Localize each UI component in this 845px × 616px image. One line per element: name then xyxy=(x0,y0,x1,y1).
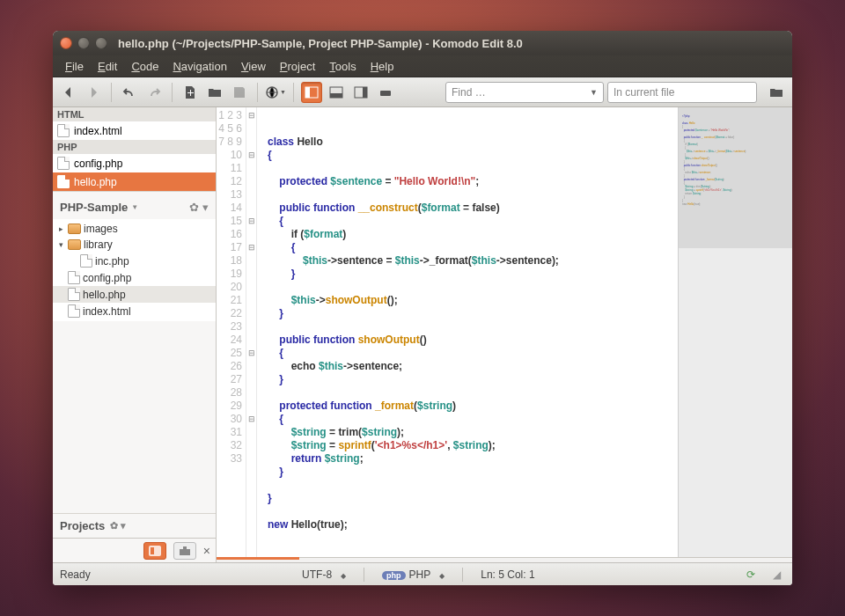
file-icon xyxy=(68,288,80,301)
undo-button[interactable] xyxy=(119,82,140,103)
status-ready: Ready xyxy=(60,568,91,581)
gear-icon[interactable]: ✿ ▾ xyxy=(110,520,126,532)
forward-button[interactable] xyxy=(83,82,104,103)
gear-icon[interactable]: ✿ ▾ xyxy=(189,201,209,214)
menu-help[interactable]: Help xyxy=(364,58,401,75)
menu-navigation[interactable]: Navigation xyxy=(165,58,233,75)
file-icon xyxy=(80,254,92,268)
open-files-pane: HTMLindex.htmlPHPconfig.phphello.php xyxy=(53,107,216,191)
tree-row[interactable]: ▸images xyxy=(53,221,216,237)
resize-grip[interactable]: ◢ xyxy=(773,568,785,581)
projects-label: Projects xyxy=(60,519,105,532)
open-folder-button[interactable] xyxy=(766,82,787,103)
tree-row[interactable]: inc.php xyxy=(53,253,216,269)
tree-twisty-icon[interactable]: ▸ xyxy=(56,224,65,233)
menu-file[interactable]: File xyxy=(58,58,91,75)
status-cursor-position: Ln: 5 Col: 1 xyxy=(481,568,534,581)
active-tab-indicator xyxy=(217,557,299,560)
chevron-down-icon: ▼ xyxy=(131,203,138,211)
project-name: PHP-Sample xyxy=(60,201,128,214)
menu-project[interactable]: Project xyxy=(273,58,322,75)
open-file-button[interactable] xyxy=(204,82,225,103)
open-file-label: hello.php xyxy=(74,176,117,188)
open-file-item[interactable]: config.php xyxy=(53,154,216,172)
folder-icon xyxy=(68,224,81,234)
tree-label: images xyxy=(84,223,118,235)
left-pane-toggle[interactable] xyxy=(301,82,322,103)
svg-rect-7 xyxy=(380,91,391,96)
menubar: File Edit Code Navigation View Project T… xyxy=(53,55,792,77)
svg-rect-6 xyxy=(363,87,367,98)
close-pane-button[interactable]: × xyxy=(203,544,210,558)
titlebar: hello.php (~/Projects/PHP-Sample, Projec… xyxy=(53,31,792,55)
open-files-group-header: HTML xyxy=(53,107,216,121)
app-window: hello.php (~/Projects/PHP-Sample, Projec… xyxy=(53,31,792,585)
places-tab[interactable] xyxy=(143,542,166,560)
file-icon xyxy=(57,157,70,170)
editor[interactable]: 1 2 3 4 5 6 7 8 9 10 11 12 13 14 15 16 1… xyxy=(217,107,792,557)
menu-code[interactable]: Code xyxy=(124,58,165,75)
fold-column[interactable]: ⊟⊟⊟⊟⊟⊟ xyxy=(246,107,257,557)
project-header[interactable]: PHP-Sample ▼ ✿ ▾ xyxy=(53,191,216,219)
tree-label: library xyxy=(84,238,113,251)
find-combo[interactable]: Find …▼ xyxy=(445,82,604,103)
tree-label: inc.php xyxy=(95,255,129,268)
svg-rect-4 xyxy=(330,93,342,98)
save-button[interactable] xyxy=(229,82,250,103)
projects-footer[interactable]: Projects ✿ ▾ xyxy=(53,513,216,538)
right-pane-toggle[interactable] xyxy=(350,82,371,103)
tree-label: hello.php xyxy=(83,289,126,301)
new-file-button[interactable] xyxy=(180,82,201,103)
window-maximize-button[interactable] xyxy=(95,37,107,49)
file-icon xyxy=(57,175,70,188)
menu-edit[interactable]: Edit xyxy=(91,58,124,75)
file-icon xyxy=(68,271,80,284)
open-file-label: index.html xyxy=(74,125,122,137)
tree-row[interactable]: ▾library xyxy=(53,237,216,253)
redo-button[interactable] xyxy=(143,82,165,103)
open-file-item[interactable]: index.html xyxy=(53,121,216,140)
body-area: HTMLindex.htmlPHPconfig.phphello.php PHP… xyxy=(53,107,792,562)
file-icon xyxy=(57,124,70,137)
tree-row[interactable]: index.html xyxy=(53,303,216,319)
bottom-pane-toggle[interactable] xyxy=(326,82,347,103)
sidebar-bottom-tabs: × xyxy=(53,538,216,562)
tree-row[interactable]: config.php xyxy=(53,269,216,286)
status-language[interactable]: phpPHP◆ xyxy=(382,568,445,581)
tree-row[interactable]: hello.php xyxy=(53,286,216,303)
open-files-group-header: PHP xyxy=(53,140,216,154)
window-minimize-button[interactable] xyxy=(77,37,90,49)
window-title: hello.php (~/Projects/PHP-Sample, Projec… xyxy=(118,37,523,50)
minimap[interactable]: <?php class Hello { protected $sentence … xyxy=(678,107,792,557)
svg-rect-9 xyxy=(151,547,154,554)
find-scope-input[interactable]: In current file xyxy=(607,82,757,103)
open-file-label: config.php xyxy=(74,158,122,170)
browser-preview-button[interactable]: ▼ xyxy=(265,82,286,103)
code-content[interactable]: class Hello { protected $sentence = "Hel… xyxy=(257,107,678,557)
back-button[interactable] xyxy=(58,82,79,103)
statusbar: Ready UTF-8◆ phpPHP◆ Ln: 5 Col: 1 ⟳ ◢ xyxy=(53,562,792,585)
editor-tab-strip xyxy=(217,557,792,562)
tree-label: config.php xyxy=(83,272,131,284)
sync-icon[interactable]: ⟳ xyxy=(746,568,755,581)
svg-rect-11 xyxy=(183,546,187,549)
file-icon xyxy=(68,304,80,318)
menu-tools[interactable]: Tools xyxy=(322,58,363,75)
open-file-item[interactable]: hello.php xyxy=(53,172,216,191)
svg-rect-2 xyxy=(305,87,310,98)
window-close-button[interactable] xyxy=(60,37,72,49)
toolbar: ▼ Find …▼ In current file xyxy=(53,77,792,107)
tree-label: index.html xyxy=(83,305,131,318)
svg-rect-10 xyxy=(180,549,190,555)
line-number-gutter: 1 2 3 4 5 6 7 8 9 10 11 12 13 14 15 16 1… xyxy=(217,107,246,557)
project-tree: ▸images▾libraryinc.phpconfig.phphello.ph… xyxy=(53,219,216,321)
status-encoding[interactable]: UTF-8◆ xyxy=(302,568,346,581)
tree-twisty-icon[interactable]: ▾ xyxy=(56,240,65,249)
menu-view[interactable]: View xyxy=(234,58,273,75)
toolbox-tab[interactable] xyxy=(173,542,196,560)
sidebar: HTMLindex.htmlPHPconfig.phphello.php PHP… xyxy=(53,107,217,562)
toggle-panes-button[interactable] xyxy=(375,82,396,103)
folder-icon xyxy=(68,239,81,250)
